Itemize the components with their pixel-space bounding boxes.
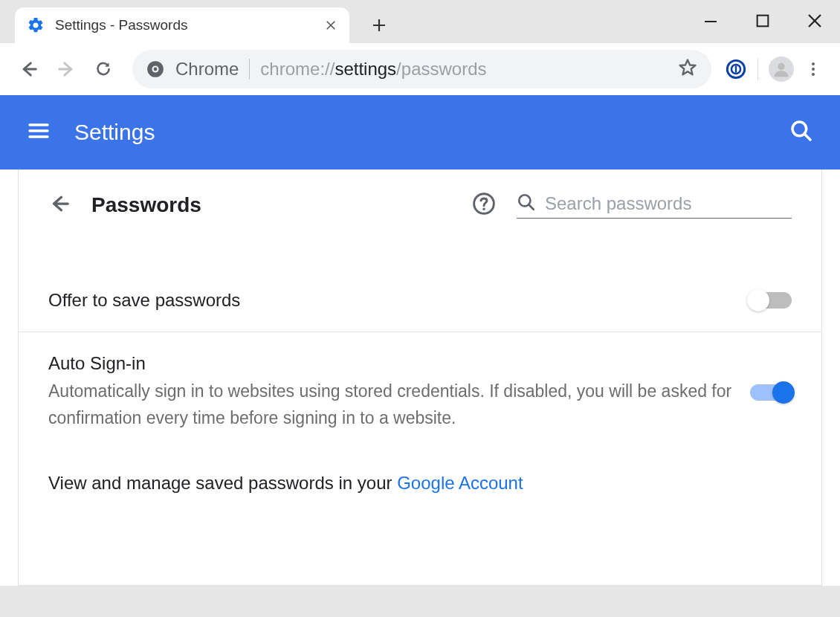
auto-signin-row: Auto Sign-in Automatically sign in to we… xyxy=(19,332,821,452)
close-window-button[interactable] xyxy=(804,10,825,31)
card-header: Passwords xyxy=(19,169,821,239)
svg-point-3 xyxy=(154,68,158,71)
svg-point-13 xyxy=(482,208,485,210)
settings-content: Passwords Offer to save passwords xyxy=(0,169,840,586)
offer-save-row: Offer to save passwords xyxy=(19,269,821,332)
svg-point-9 xyxy=(812,68,815,71)
help-icon[interactable] xyxy=(472,192,496,219)
search-icon[interactable] xyxy=(789,119,813,146)
settings-header: Settings xyxy=(0,95,840,169)
passwords-card: Passwords Offer to save passwords xyxy=(18,169,822,586)
address-scheme: Chrome xyxy=(175,59,239,80)
reload-button[interactable] xyxy=(88,54,119,85)
tab-title: Settings - Passwords xyxy=(55,17,323,33)
svg-point-8 xyxy=(812,62,815,65)
browser-titlebar: Settings - Passwords xyxy=(0,0,840,43)
chrome-icon xyxy=(146,59,165,79)
back-button[interactable] xyxy=(13,54,45,85)
bookmark-star-icon[interactable] xyxy=(677,57,698,81)
offer-save-toggle[interactable] xyxy=(750,292,792,308)
auto-signin-label: Auto Sign-in xyxy=(48,353,732,374)
svg-point-7 xyxy=(778,63,784,70)
browser-toolbar: Chrome chrome://settings/passwords xyxy=(0,43,840,95)
google-account-link[interactable]: Google Account xyxy=(397,473,523,493)
page-title: Passwords xyxy=(91,193,201,217)
search-input[interactable] xyxy=(545,193,792,214)
svg-rect-6 xyxy=(735,65,737,72)
svg-point-10 xyxy=(812,73,815,76)
address-bar[interactable]: Chrome chrome://settings/passwords xyxy=(132,50,711,88)
offer-save-label: Offer to save passwords xyxy=(48,290,732,311)
svg-rect-0 xyxy=(757,16,769,27)
close-icon[interactable] xyxy=(323,17,339,33)
divider xyxy=(757,58,758,80)
address-path: chrome://settings/passwords xyxy=(260,59,486,80)
back-arrow-icon[interactable] xyxy=(48,193,71,218)
toggle-knob xyxy=(772,381,795,404)
divider xyxy=(249,59,250,80)
manage-passwords-row: View and manage saved passwords in your … xyxy=(19,452,821,514)
settings-header-title: Settings xyxy=(74,120,155,145)
auto-signin-toggle[interactable] xyxy=(750,384,792,401)
extension-1password-icon[interactable] xyxy=(725,58,747,80)
minimize-button[interactable] xyxy=(700,10,721,31)
manage-passwords-text: View and manage saved passwords in your xyxy=(48,473,397,493)
browser-tab[interactable]: Settings - Passwords xyxy=(15,7,349,43)
kebab-menu-icon[interactable] xyxy=(800,56,827,83)
maximize-button[interactable] xyxy=(752,10,773,31)
new-tab-button[interactable] xyxy=(363,9,395,42)
forward-button[interactable] xyxy=(51,54,82,85)
window-controls xyxy=(700,10,825,31)
profile-avatar[interactable] xyxy=(769,56,794,82)
hamburger-menu-icon[interactable] xyxy=(27,119,51,146)
gear-icon xyxy=(27,16,45,34)
auto-signin-description: Automatically sign in to websites using … xyxy=(48,378,732,431)
toggle-knob xyxy=(747,289,769,311)
search-icon xyxy=(517,193,536,215)
search-passwords-field[interactable] xyxy=(517,193,792,219)
